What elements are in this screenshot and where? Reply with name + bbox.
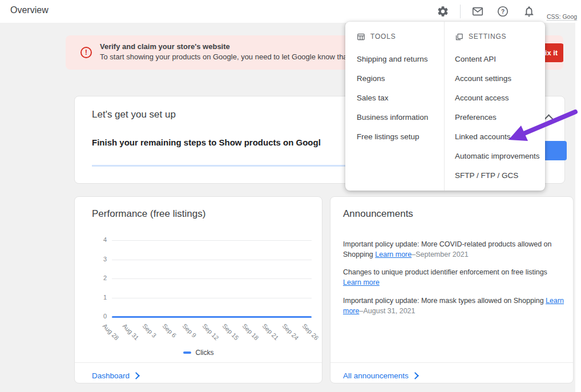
performance-card: Performance (free listings) 01234Aug 28A… [74,196,322,383]
chart-x-tick-label: Sep 9 [181,322,198,339]
announcements-card-title: Announcements [343,208,413,220]
learn-more-link[interactable]: Learn more [343,278,380,286]
help-icon[interactable]: ? [497,5,509,18]
card-footer-divider [75,362,322,363]
settings-section-label: SETTINGS [469,33,506,41]
mail-icon[interactable] [471,5,484,18]
menu-tools-column: TOOLS Shipping and returns Regions Sales… [357,32,442,146]
menu-item-automatic-improvements[interactable]: Automatic improvements [455,146,544,165]
menu-item-sales-tax[interactable]: Sales tax [357,88,442,107]
chart-x-tick-label: Sep 24 [281,322,300,341]
page-title: Overview [10,5,49,15]
announcement-date: –August 31, 2021 [359,307,415,315]
all-announcements-link-label: All announcements [343,371,409,380]
chart-y-tick-label: 3 [86,256,107,262]
menu-item-content-api[interactable]: Content API [455,49,544,68]
alert-exclamation-icon: ! [80,47,92,58]
bell-icon[interactable] [523,5,535,18]
svg-text:?: ? [501,9,505,15]
chevron-up-icon[interactable] [543,114,554,124]
chart-x-tick-label: Aug 28 [102,322,120,341]
dashboard-link[interactable]: Dashboard [92,367,139,384]
menu-item-account-settings[interactable]: Account settings [455,68,544,88]
chart-y-tick-label: 1 [86,294,107,301]
performance-card-title: Performance (free listings) [92,208,205,220]
chart-gridline [112,260,312,260]
menu-item-linked-accounts[interactable]: Linked accounts [455,127,544,146]
chart-gridline [112,298,312,298]
chevron-right-icon [132,372,140,379]
scrollbar-track [575,23,581,392]
announcement-text: Important policy update: More mask types… [343,297,546,305]
announcement-item: Important policy update: More mask types… [343,296,567,316]
dashboard-link-label: Dashboard [92,371,130,380]
menu-item-sftp-ftp-gcs[interactable]: SFTP / FTP / GCS [455,165,544,185]
chart-x-tick-label: Sep 26 [301,322,320,341]
announcements-list: Important policy update: More COVID-rela… [343,239,567,324]
announcement-text: Changes to unique product identifier enf… [343,268,547,276]
announcement-date: –September 2021 [411,250,468,258]
chart-x-tick-label: Aug 31 [122,322,140,341]
chart-series-line [112,316,312,318]
announcement-item: Changes to unique product identifier enf… [343,267,567,288]
chart-x-tick-label: Sep 3 [142,322,158,339]
chart-legend: Clicks [75,349,322,357]
legend-line-swatch [183,351,191,354]
chart-x-tick-label: Sep 12 [201,322,220,341]
gear-icon[interactable] [437,5,449,18]
all-announcements-link[interactable]: All announcements [343,367,418,384]
chart-x-tick-label: Sep 6 [162,322,178,339]
tools-settings-menu: TOOLS Shipping and returns Regions Sales… [345,22,545,191]
announcements-card: Announcements Important policy update: M… [330,196,574,383]
alert-body: To start showing your products on Google… [100,52,360,61]
setup-card-title: Let's get you set up [92,109,176,120]
chart-gridline [112,240,312,241]
header-divider [460,5,461,18]
menu-item-regions[interactable]: Regions [357,68,442,88]
tools-section-label: TOOLS [370,33,396,41]
performance-chart: 01234Aug 28Aug 31Sep 3Sep 6Sep 9Sep 12Se… [86,231,314,345]
menu-column-divider [444,22,445,191]
tools-section-header: TOOLS [357,32,442,41]
chart-x-tick-label: Sep 21 [261,322,280,341]
chevron-right-icon [411,372,419,379]
legend-label: Clicks [196,349,214,357]
chart-y-tick-label: 0 [86,313,107,320]
chart-y-tick-label: 4 [86,236,107,243]
settings-stack-icon [455,33,463,41]
alert-title: Verify and claim your store's website [100,42,230,51]
chart-x-tick-label: Sep 18 [241,322,260,341]
settings-section-header: SETTINGS [455,32,544,41]
menu-item-preferences[interactable]: Preferences [455,107,544,127]
menu-item-shipping-and-returns[interactable]: Shipping and returns [357,49,442,68]
merchant-center-overview-page: Overview ? CSS: Goog ! Verify and claim … [0,0,581,392]
chart-y-tick-label: 2 [86,274,107,281]
setup-card-subtitle: Finish your remaining steps to Show prod… [92,138,321,147]
tools-icon [357,33,365,41]
menu-item-account-access[interactable]: Account access [455,88,544,107]
card-footer-divider [330,362,573,363]
learn-more-link[interactable]: Learn more [375,250,411,258]
menu-item-business-information[interactable]: Business information [357,107,442,127]
css-account-label[interactable]: CSS: Goog [547,13,577,21]
chart-gridline [112,278,312,279]
top-app-bar: Overview ? CSS: Goog [0,0,581,23]
announcement-item: Important policy update: More COVID-rela… [343,239,567,260]
menu-item-free-listings-setup[interactable]: Free listings setup [357,127,442,146]
chart-x-tick-label: Sep 15 [221,322,240,341]
menu-settings-column: SETTINGS Content API Account settings Ac… [455,32,544,185]
